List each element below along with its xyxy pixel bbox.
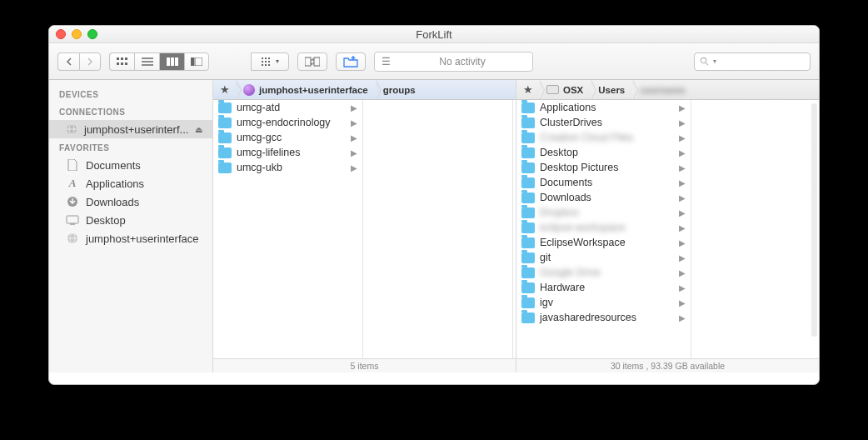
folder-row[interactable]: eclipse-workspace▶ [516, 220, 691, 235]
folder-row[interactable]: Google Drive▶ [516, 265, 691, 280]
zoom-window-button[interactable] [87, 29, 97, 39]
activity-text: No activity [399, 56, 526, 68]
folder-name: umcg-lifelines [237, 147, 300, 158]
search-field[interactable]: ▾ [694, 52, 811, 71]
folder-row[interactable]: Dropbox▶ [516, 205, 691, 220]
svg-rect-20 [262, 64, 263, 66]
list-view-button[interactable] [134, 52, 159, 71]
folder-row[interactable]: umcg-gcc▶ [213, 130, 362, 145]
svg-rect-10 [171, 58, 174, 66]
hdd-icon [546, 85, 559, 94]
chevron-right-icon: ▶ [679, 313, 686, 322]
path-seg-osx[interactable]: OSX [540, 80, 591, 99]
folder-row[interactable]: igv▶ [516, 295, 691, 310]
gallery-view-button[interactable] [184, 52, 209, 71]
svg-rect-23 [305, 58, 311, 66]
back-button[interactable] [57, 52, 79, 71]
path-seg-host[interactable]: jumphost+userinterface [237, 80, 377, 99]
sidebar-item-applications[interactable]: A Applications [49, 174, 212, 192]
content-area: DEVICES CONNECTIONS jumphost+userinterf.… [49, 80, 819, 372]
scrollbar[interactable] [811, 103, 817, 337]
folder-icon [521, 222, 535, 233]
forward-button[interactable] [79, 52, 101, 71]
svg-rect-14 [262, 58, 263, 59]
svg-rect-21 [265, 64, 267, 66]
view-mode-buttons [109, 52, 209, 71]
sidebar-item-label: Documents [86, 159, 141, 172]
sidebar-heading-devices: DEVICES [49, 85, 212, 102]
chevron-right-icon: ▶ [351, 133, 357, 142]
folder-name: Desktop Pictures [540, 162, 618, 173]
folder-row[interactable]: umcg-atd▶ [213, 100, 362, 115]
folder-row[interactable]: Downloads▶ [516, 190, 691, 205]
folder-row[interactable]: Documents▶ [516, 175, 691, 190]
sidebar-item-label: jumphost+userinterface [86, 232, 199, 245]
path-label: groups [383, 85, 416, 95]
gallery-icon [191, 58, 202, 66]
svg-point-25 [701, 58, 706, 62]
chevron-right-icon: ▶ [679, 148, 686, 158]
svg-rect-19 [268, 61, 270, 62]
path-favorite-star[interactable]: ★ [516, 80, 540, 99]
sidebar-heading-connections: CONNECTIONS [49, 102, 212, 120]
sidebar: DEVICES CONNECTIONS jumphost+userinterf.… [49, 80, 213, 372]
folder-name: umcg-endocrinology [237, 117, 331, 128]
svg-rect-15 [265, 58, 267, 59]
chevron-right-icon: ▶ [679, 238, 686, 248]
right-column[interactable]: Applications▶ClusterDrives▶Creative Clou… [516, 100, 691, 358]
eject-icon[interactable]: ⏏ [195, 125, 202, 134]
folder-icon [521, 192, 535, 203]
hamburger-icon: ☰ [382, 56, 391, 68]
path-seg-users[interactable]: Users [591, 80, 633, 99]
sidebar-item-jumphost[interactable]: jumphost+userinterface [49, 229, 212, 248]
sync-button[interactable] [297, 52, 327, 71]
folder-row[interactable]: javasharedresources▶ [516, 310, 691, 325]
svg-rect-16 [268, 58, 270, 59]
arrange-button[interactable]: ▾ [251, 52, 289, 71]
path-label: Users [598, 85, 625, 95]
window-title: ForkLift [49, 26, 819, 43]
close-window-button[interactable] [56, 29, 66, 39]
svg-rect-18 [265, 61, 267, 62]
left-pathbar: ★ jumphost+userinterface groups [213, 80, 516, 100]
path-seg-groups[interactable]: groups [377, 80, 424, 99]
icon-view-button[interactable] [109, 52, 134, 71]
left-column[interactable]: umcg-atd▶umcg-endocrinology▶umcg-gcc▶umc… [213, 100, 363, 358]
sidebar-item-label: Applications [86, 178, 144, 190]
folder-row[interactable]: Applications▶ [516, 100, 691, 115]
folder-row[interactable]: Hardware▶ [516, 280, 691, 295]
folder-name: Desktop [540, 147, 578, 158]
folder-row[interactable]: Desktop▶ [516, 145, 691, 160]
path-seg-user[interactable]: username [633, 80, 693, 99]
svg-rect-13 [195, 58, 202, 66]
folder-row[interactable]: umcg-endocrinology▶ [213, 115, 362, 130]
folder-icon [521, 282, 535, 293]
sidebar-item-desktop[interactable]: Desktop [49, 211, 212, 229]
folder-icon [521, 102, 535, 113]
folder-row[interactable]: Desktop Pictures▶ [516, 160, 691, 175]
folder-name: Applications [540, 102, 596, 113]
new-folder-button[interactable] [336, 52, 366, 71]
chevron-right-icon: ▶ [679, 208, 686, 218]
desktop-icon [66, 213, 79, 227]
sidebar-item-documents[interactable]: Documents [49, 156, 212, 174]
folder-row[interactable]: umcg-ukb▶ [213, 160, 362, 175]
folder-row[interactable]: EclipseWorkspace▶ [516, 235, 691, 250]
path-favorite-star[interactable]: ★ [213, 80, 237, 99]
svg-rect-2 [125, 58, 127, 60]
svg-rect-22 [268, 64, 270, 66]
column-view-button[interactable] [159, 52, 184, 71]
folder-row[interactable]: ClusterDrives▶ [516, 115, 691, 130]
folder-name: Creative Cloud Files [540, 132, 634, 143]
sidebar-item-downloads[interactable]: Downloads [49, 192, 212, 211]
folder-row[interactable]: git▶ [516, 250, 691, 265]
folder-row[interactable]: umcg-lifelines▶ [213, 145, 362, 160]
minimize-window-button[interactable] [72, 29, 82, 39]
folder-name: igv [540, 297, 553, 308]
folder-icon [218, 148, 232, 158]
sidebar-item-label: jumphost+userinterf... [84, 123, 188, 136]
downloads-icon [66, 195, 79, 208]
sidebar-item-connection[interactable]: jumphost+userinterf... ⏏ [49, 120, 212, 138]
chevron-right-icon: ▶ [679, 103, 686, 112]
folder-row[interactable]: Creative Cloud Files▶ [516, 130, 691, 145]
